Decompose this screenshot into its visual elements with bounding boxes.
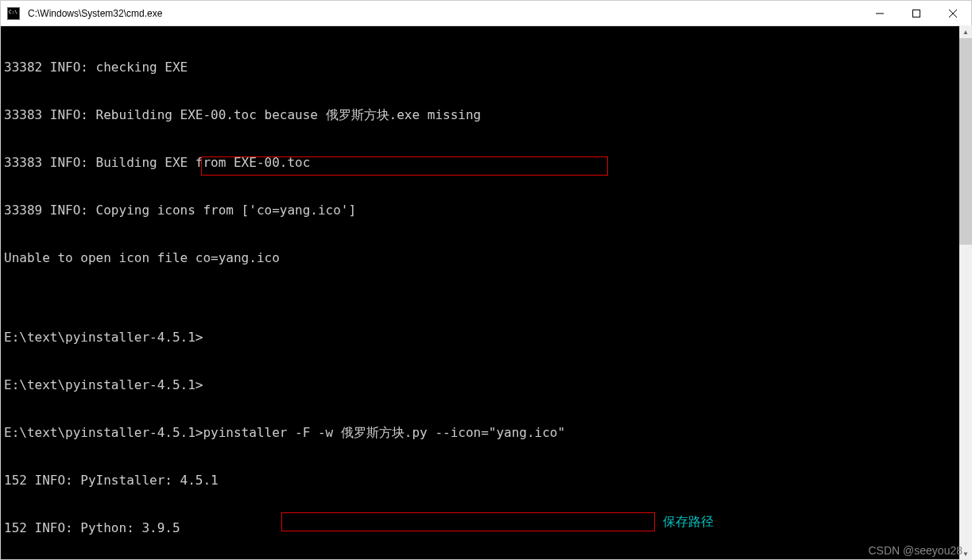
- cmd-icon: [7, 7, 20, 20]
- terminal-output[interactable]: 33382 INFO: checking EXE 33383 INFO: Reb…: [1, 26, 971, 559]
- window-controls: [862, 1, 971, 25]
- scroll-up-arrow[interactable]: ▲: [959, 25, 972, 38]
- terminal-line: E:\text\pyinstaller-4.5.1>: [4, 377, 968, 393]
- terminal-line: E:\text\pyinstaller-4.5.1>pyinstaller -F…: [4, 425, 968, 441]
- annotation-save-path: 保存路径: [663, 514, 714, 531]
- maximize-button[interactable]: [898, 1, 935, 25]
- vertical-scrollbar[interactable]: ▲ ▼: [959, 25, 972, 560]
- scroll-thumb[interactable]: [959, 38, 972, 245]
- terminal-line: 33382 INFO: checking EXE: [4, 60, 968, 75]
- titlebar[interactable]: C:\Windows\System32\cmd.exe: [1, 1, 971, 26]
- cmd-window: C:\Windows\System32\cmd.exe 33382 INFO: …: [0, 0, 972, 560]
- terminal-line: 33389 INFO: Copying icons from ['co=yang…: [4, 203, 968, 218]
- close-button[interactable]: [935, 1, 971, 25]
- minimize-button[interactable]: [862, 1, 898, 25]
- terminal-line: 33383 INFO: Building EXE from EXE-00.toc: [4, 155, 968, 171]
- terminal-line: 152 INFO: PyInstaller: 4.5.1: [4, 473, 968, 489]
- window-title: C:\Windows\System32\cmd.exe: [26, 8, 862, 19]
- terminal-line: E:\text\pyinstaller-4.5.1>: [4, 330, 968, 346]
- svg-rect-1: [913, 10, 920, 17]
- watermark-text: CSDN @seeyou28: [869, 544, 963, 557]
- terminal-line: Unable to open icon file co=yang.ico: [4, 250, 968, 266]
- terminal-line: 152 INFO: Python: 3.9.5: [4, 520, 968, 536]
- terminal-line: 33383 INFO: Rebuilding EXE-00.toc becaus…: [4, 107, 968, 123]
